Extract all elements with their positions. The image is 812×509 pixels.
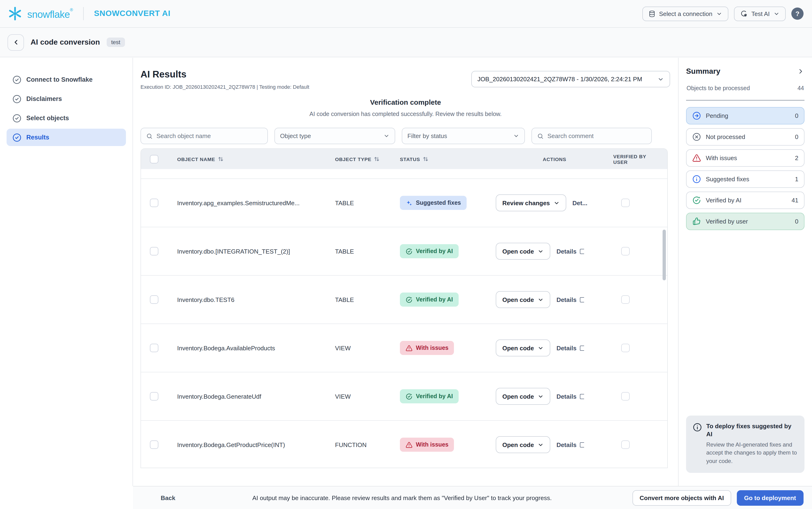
select-all-checkbox[interactable] (150, 155, 158, 163)
warning-icon (405, 441, 413, 448)
object-type: VIEW (335, 344, 351, 351)
sidebar-item-select-objects[interactable]: Select objects (7, 109, 126, 127)
deploy-info-box: To deploy fixes suggested by AI Review t… (686, 416, 805, 473)
stat-label: With issues (706, 155, 790, 162)
stat-label: Pending (706, 112, 790, 119)
status-badge: Verified by AI (400, 244, 458, 258)
summary-stat-pending[interactable]: Pending 0 (686, 107, 805, 125)
sort-icon[interactable] (422, 156, 428, 162)
verified-by-user-checkbox[interactable] (621, 247, 630, 256)
convert-more-button[interactable]: Convert more objects with AI (632, 490, 731, 506)
details-link[interactable]: Details (556, 441, 584, 448)
sidebar-item-results[interactable]: Results (7, 129, 126, 146)
sidebar-item-connect-to-snowflake[interactable]: Connect to Snowflake (7, 71, 126, 88)
stat-value: 0 (795, 133, 799, 140)
summary-stat-verified-user[interactable]: Verified by user 0 (686, 213, 805, 230)
job-selector[interactable]: JOB_20260130202421_2QZ78W78 - 1/30/2026,… (471, 71, 670, 87)
details-link[interactable]: Details (556, 248, 584, 255)
status-label: Suggested fixes (416, 200, 461, 206)
stat-value: 0 (795, 112, 799, 119)
summary-stat-not-processed[interactable]: Not processed 0 (686, 128, 805, 145)
help-button[interactable]: ? (791, 7, 804, 20)
status-label: With issues (416, 345, 449, 351)
stat-label: Verified by AI (706, 197, 787, 204)
select-connection-button[interactable]: Select a connection (642, 6, 728, 21)
object-type-select[interactable]: Object type (274, 128, 395, 144)
details-link[interactable]: Details (556, 296, 584, 303)
table-row: Inventory.dbo.[INTEGRATION_TEST_(2)] TAB… (141, 227, 667, 276)
row-checkbox[interactable] (150, 440, 158, 449)
row-checkbox[interactable] (150, 199, 158, 207)
row-action-button[interactable]: Open code (496, 436, 550, 453)
row-action-button[interactable]: Open code (496, 388, 550, 405)
go-to-deployment-button[interactable]: Go to deployment (737, 490, 804, 506)
object-name: Inventory.Bodega.GetProductPrice(INT) (177, 441, 285, 448)
verified-by-user-checkbox[interactable] (621, 199, 630, 207)
row-action-button[interactable]: Open code (496, 243, 550, 260)
verified-by-user-checkbox[interactable] (621, 344, 630, 352)
verified-by-user-checkbox[interactable] (621, 295, 630, 304)
column-verified-by-user: VERIFIED BY USER (613, 153, 654, 165)
status-filter-select[interactable]: Filter by status (402, 128, 525, 144)
row-checkbox[interactable] (150, 295, 158, 304)
details-link[interactable]: Details (556, 393, 584, 400)
row-checkbox[interactable] (150, 344, 158, 352)
object-name: Inventory.dbo.[INTEGRATION_TEST_(2)] (177, 248, 290, 255)
row-checkbox[interactable] (150, 392, 158, 401)
top-bar: snowflake® SNOWCONVERT AI Select a conne… (0, 0, 812, 28)
results-table: OBJECT NAME OBJECT TYPE STATUS (140, 148, 668, 468)
details-link[interactable]: Det... (572, 199, 587, 206)
verification-status-title: Verification complete (140, 98, 671, 106)
search-icon (537, 133, 544, 139)
stat-value: 2 (795, 155, 799, 162)
info-icon (693, 423, 702, 438)
summary-divider (686, 100, 805, 100)
status-label: Verified by AI (416, 296, 453, 303)
main-panel: AI Results Execution ID: JOB_20260130202… (133, 58, 678, 486)
summary-stat-verified-ai[interactable]: Verified by AI 41 (686, 192, 805, 209)
sort-icon[interactable] (374, 156, 380, 162)
objects-to-process-row: Objects to be processed 44 (686, 85, 805, 92)
stat-value: 0 (795, 218, 799, 225)
search-object-name-input[interactable]: Search object name (140, 128, 268, 144)
check-circle-icon (12, 113, 22, 123)
table-header: OBJECT NAME OBJECT TYPE STATUS (141, 149, 667, 169)
chevron-down-icon (774, 10, 780, 17)
object-name: Inventory.Bodega.GenerateUdf (177, 393, 261, 400)
product-name: SNOWCONVERT AI (94, 9, 170, 18)
stat-value: 1 (795, 176, 799, 183)
summary-stat-issues[interactable]: With issues 2 (686, 149, 805, 167)
verified-check-icon (405, 248, 413, 255)
back-button[interactable] (7, 34, 24, 50)
search-icon (146, 133, 153, 139)
row-action-button[interactable]: Open code (496, 291, 550, 308)
summary-stats-list: Pending 0 Not processed 0 (686, 107, 805, 230)
not-processed-icon (692, 132, 701, 141)
row-action-button[interactable]: Open code (496, 339, 550, 357)
search-comment-input[interactable]: Search comment (531, 128, 652, 144)
table-scrollbar[interactable] (662, 230, 666, 280)
database-icon (648, 10, 655, 17)
sidebar-item-label: Connect to Snowflake (26, 76, 93, 83)
summary-title: Summary (686, 67, 720, 76)
test-ai-button[interactable]: Test AI (734, 6, 786, 21)
verified-by-user-checkbox[interactable] (621, 392, 630, 401)
object-name: Inventory.Bodega.AvailableProducts (177, 344, 275, 351)
row-checkbox[interactable] (150, 247, 158, 256)
page-title: AI code conversion (31, 38, 100, 46)
status-badge: Verified by AI (400, 293, 458, 307)
verified-check-icon (405, 393, 413, 400)
sort-icon[interactable] (218, 156, 224, 162)
sidebar-item-disclaimers[interactable]: Disclaimers (7, 90, 126, 107)
object-type: FUNCTION (335, 441, 366, 448)
brand: snowflake® SNOWCONVERT AI (7, 6, 170, 21)
footer-bar: Back AI output may be inaccurate. Please… (133, 486, 812, 509)
stat-value: 41 (791, 197, 799, 204)
footer-back-link[interactable]: Back (161, 494, 175, 501)
pending-arrow-icon (692, 111, 701, 120)
verified-by-user-checkbox[interactable] (621, 440, 630, 449)
details-link[interactable]: Details (556, 344, 584, 351)
summary-stat-suggested[interactable]: Suggested fixes 1 (686, 170, 805, 188)
chevron-right-icon[interactable] (797, 68, 805, 75)
row-action-button[interactable]: Review changes (496, 194, 566, 211)
